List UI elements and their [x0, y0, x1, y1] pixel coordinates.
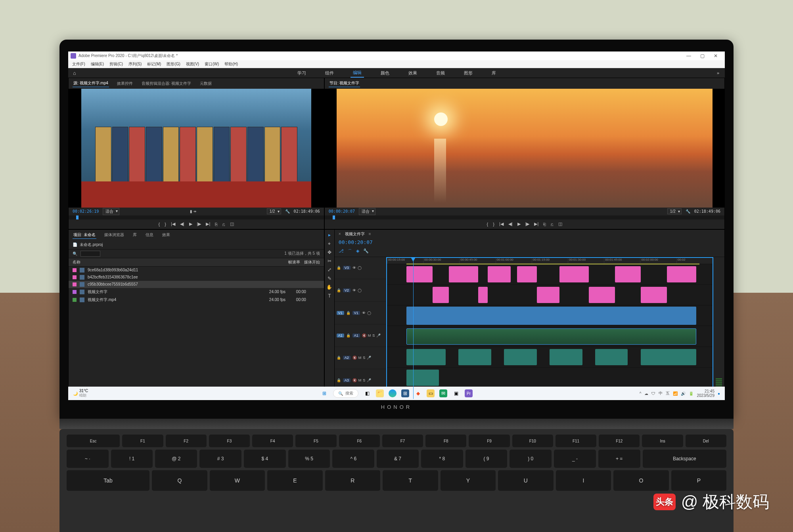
project-search-input[interactable]: [80, 251, 100, 257]
ws-overflow-icon[interactable]: »: [717, 71, 719, 75]
tray-overflow-icon[interactable]: ^: [640, 391, 642, 396]
linked-selection-icon[interactable]: ⌒: [348, 248, 352, 254]
program-fit-dropdown[interactable]: 适合: [359, 208, 375, 215]
track-a3[interactable]: A3: [343, 378, 351, 382]
project-item[interactable]: 视频文件字.mp424.00 fps00:00: [69, 296, 324, 304]
ws-audio[interactable]: 音频: [434, 69, 447, 77]
step-back-icon[interactable]: ◀|: [180, 221, 184, 227]
program-resolution-dropdown[interactable]: 1/2: [667, 208, 682, 214]
wifi-icon[interactable]: 📶: [673, 391, 678, 396]
razor-tool-icon[interactable]: ✂: [328, 258, 331, 264]
mark-out-icon[interactable]: }: [165, 222, 166, 227]
marker-icon[interactable]: ◈: [356, 248, 359, 254]
ws-effects[interactable]: 效果: [406, 69, 419, 77]
taskbar-search[interactable]: 🔍 搜索: [333, 389, 358, 398]
tab-media-browser[interactable]: 媒体浏览器: [103, 231, 125, 238]
home-icon[interactable]: ⌂: [73, 70, 76, 76]
source-patch-v1[interactable]: V1: [337, 311, 344, 315]
toggle-output-icon[interactable]: 👁: [352, 266, 356, 270]
go-in-icon[interactable]: |◀: [171, 221, 175, 227]
start-icon[interactable]: ⊞: [320, 389, 328, 397]
tab-effects[interactable]: 效果: [161, 231, 171, 238]
slip-tool-icon[interactable]: ⤢: [328, 267, 331, 273]
source-fit-dropdown[interactable]: 适合: [103, 208, 119, 215]
settings-icon[interactable]: 🔧: [363, 248, 369, 254]
track-v3[interactable]: V3: [343, 266, 351, 270]
project-columns[interactable]: 名称 帧速率 媒体开始: [69, 258, 324, 267]
ws-color[interactable]: 颜色: [378, 69, 392, 77]
track-v2[interactable]: V2: [343, 288, 351, 292]
menu-window[interactable]: 窗口(W): [205, 61, 219, 67]
program-timecode-in[interactable]: 00:00:20:07: [329, 209, 355, 214]
menu-help[interactable]: 帮助(H): [224, 61, 238, 67]
ws-editing[interactable]: 编辑: [351, 69, 364, 78]
mail-icon[interactable]: ✉: [439, 389, 447, 397]
security-icon[interactable]: 🛡: [651, 391, 655, 396]
selection-tool-icon[interactable]: ▸: [328, 232, 331, 238]
search-icon[interactable]: 🔍: [73, 252, 77, 256]
track-select-tool-icon[interactable]: ⌖: [328, 241, 331, 246]
play-icon[interactable]: ▶: [189, 221, 192, 227]
menu-clip[interactable]: 剪辑(C): [109, 61, 123, 67]
export-frame-icon[interactable]: ◫: [558, 221, 562, 227]
store-icon[interactable]: ⊞: [401, 389, 409, 397]
notifications-icon[interactable]: ●: [718, 391, 720, 396]
ws-learn[interactable]: 学习: [295, 69, 308, 77]
source-marker-icon[interactable]: ▮ ↠: [190, 209, 197, 214]
onedrive-icon[interactable]: ☁: [644, 391, 648, 396]
clock[interactable]: 21:45 2023/5/29: [697, 389, 714, 398]
insert-icon[interactable]: ⎘: [215, 222, 218, 227]
extract-icon[interactable]: ⎌: [551, 222, 554, 227]
col-start[interactable]: 媒体开始: [304, 259, 320, 265]
export-frame-icon[interactable]: ◫: [230, 221, 234, 227]
lift-icon[interactable]: ⎗: [543, 222, 546, 227]
step-fwd-icon[interactable]: |▶: [197, 221, 201, 227]
battery-icon[interactable]: 🔋: [689, 391, 693, 396]
playhead[interactable]: [413, 258, 414, 399]
edge-icon[interactable]: [389, 389, 396, 397]
play-icon[interactable]: ▶: [517, 221, 521, 227]
menu-edit[interactable]: 编辑(E): [91, 61, 104, 67]
col-fps[interactable]: 帧速率: [288, 259, 300, 265]
project-item[interactable]: b42bcffeb31543863678c1ee: [69, 274, 324, 281]
explorer-icon[interactable]: 📁: [376, 389, 384, 397]
notes-icon[interactable]: ▭: [427, 389, 435, 397]
project-item-list[interactable]: 9ce68a1d38b993b60a24d11b42bcffeb31543863…: [69, 267, 324, 391]
track-a1[interactable]: A1: [352, 334, 360, 338]
project-item[interactable]: 9ce68a1d38b993b60a24d11: [69, 267, 324, 274]
mark-out-icon[interactable]: }: [493, 222, 494, 227]
project-item[interactable]: c95b30bbcee75591b6d5557: [69, 281, 324, 288]
program-preview[interactable]: [325, 89, 724, 208]
task-view-icon[interactable]: ◧: [363, 389, 371, 397]
timeline-area[interactable]: 00:00:15:0000:00:30:0000:00:45:0000:01:0…: [386, 257, 713, 400]
step-back-icon[interactable]: ◀|: [508, 221, 513, 227]
go-out-icon[interactable]: ▶|: [206, 221, 210, 227]
timeline-timecode[interactable]: 00:00:20:07: [339, 239, 373, 245]
source-scrubber[interactable]: [69, 215, 324, 219]
track-v1[interactable]: V1: [352, 311, 360, 315]
weather-widget[interactable]: 🌙 31°C晴朗: [73, 389, 88, 398]
ime-icon[interactable]: 中: [659, 391, 663, 396]
mark-in-icon[interactable]: {: [487, 222, 488, 227]
lock-icon[interactable]: 🔒: [337, 288, 341, 292]
project-item[interactable]: 视频文件字24.00 fps00:00: [69, 288, 324, 296]
tab-libraries[interactable]: 库: [132, 231, 138, 238]
track-a2[interactable]: A2: [343, 356, 351, 360]
program-scrubber[interactable]: [325, 215, 724, 219]
mark-in-icon[interactable]: {: [159, 222, 160, 227]
tab-effect-controls[interactable]: 效果控件: [116, 80, 134, 87]
hand-tool-icon[interactable]: ✋: [326, 284, 332, 290]
premiere-taskbar-icon[interactable]: Pr: [465, 389, 473, 397]
menu-sequence[interactable]: 序列(S): [128, 61, 142, 67]
source-resolution-dropdown[interactable]: 1/2: [267, 208, 281, 214]
menu-markers[interactable]: 标记(M): [147, 61, 161, 67]
ws-graphics[interactable]: 图形: [462, 69, 475, 77]
windows-taskbar[interactable]: 🌙 31°C晴朗 ⊞ 🔍 搜索 ◧ 📁 ⊞ ◆ ▭ ✉ ▣ Pr: [68, 387, 725, 400]
sync-lock-icon[interactable]: ◯: [358, 266, 362, 270]
col-name[interactable]: 名称: [73, 259, 284, 265]
pen-tool-icon[interactable]: ✎: [328, 276, 331, 281]
tab-audio-mixer[interactable]: 音频剪辑混合器: 视频文件字: [141, 80, 192, 87]
go-in-icon[interactable]: |◀: [499, 221, 504, 227]
lock-icon[interactable]: 🔒: [337, 266, 341, 270]
tab-info[interactable]: 信息: [145, 231, 154, 238]
